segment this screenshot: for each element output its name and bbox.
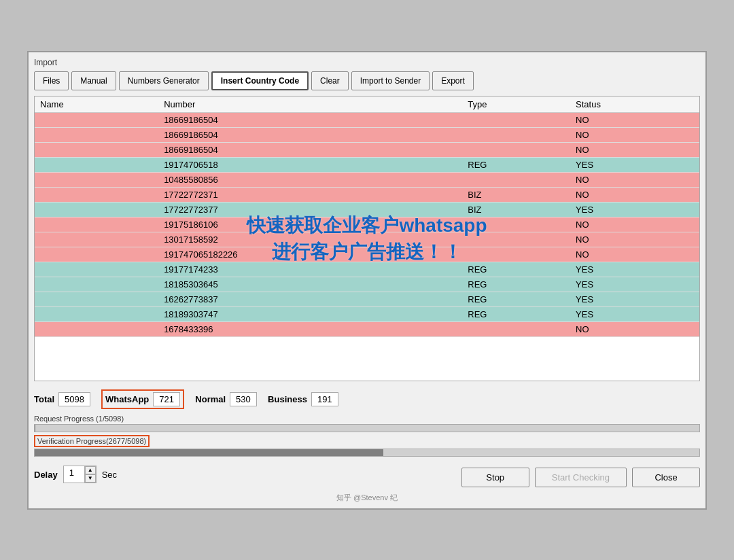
cell-name bbox=[35, 307, 158, 321]
table-row: 17722772371BIZNO bbox=[35, 187, 699, 202]
col-number: Number bbox=[158, 97, 462, 113]
verification-progress-label: Verification Progress(2677/5098) bbox=[34, 435, 700, 447]
cell-type bbox=[462, 172, 570, 187]
cell-name bbox=[35, 187, 158, 202]
table-row: 13017158592NO bbox=[35, 232, 699, 247]
table-row: 10485580856NO bbox=[35, 172, 699, 187]
verification-progress-bar-bg bbox=[34, 449, 700, 457]
table-row: 1678433396NO bbox=[35, 321, 699, 336]
cell-number: 18669186504 bbox=[158, 142, 462, 157]
spinner-controls: ▲ ▼ bbox=[84, 466, 96, 483]
table-row: 18185303645REGYES bbox=[35, 277, 699, 292]
cell-type bbox=[462, 232, 570, 247]
cell-type bbox=[462, 142, 570, 157]
cell-number: 19174706518 bbox=[158, 157, 462, 172]
cell-status: NO bbox=[570, 321, 699, 336]
cell-number: 191747065182226 bbox=[158, 247, 462, 262]
cell-number: 18189303747 bbox=[158, 307, 462, 321]
normal-value: 530 bbox=[230, 392, 257, 406]
cell-name bbox=[35, 127, 158, 142]
delay-spinner[interactable]: 1 ▲ ▼ bbox=[63, 466, 97, 484]
cell-status: NO bbox=[570, 247, 699, 262]
cell-name bbox=[35, 277, 158, 292]
business-value: 191 bbox=[311, 392, 338, 406]
total-label: Total bbox=[34, 394, 54, 404]
cell-number: 10485580856 bbox=[158, 172, 462, 187]
close-button[interactable]: Close bbox=[632, 468, 700, 487]
col-status: Status bbox=[570, 97, 699, 113]
cell-type: REG bbox=[462, 307, 570, 321]
cell-status: YES bbox=[570, 262, 699, 277]
table-row: 18669186504NO bbox=[35, 127, 699, 142]
insert-country-code-button[interactable]: Insert Country Code bbox=[211, 71, 309, 90]
cell-status: YES bbox=[570, 292, 699, 307]
col-type: Type bbox=[462, 97, 570, 113]
col-name: Name bbox=[35, 97, 158, 113]
verification-progress-section: Verification Progress(2677/5098) bbox=[34, 435, 700, 457]
cell-name bbox=[35, 112, 158, 127]
cell-status: NO bbox=[570, 217, 699, 232]
table-row: 18669186504NO bbox=[35, 142, 699, 157]
normal-stat: Normal 530 bbox=[195, 392, 257, 406]
section-label: Import bbox=[34, 58, 700, 67]
total-stat: Total 5098 bbox=[34, 392, 90, 406]
stop-button[interactable]: Stop bbox=[461, 468, 529, 487]
cell-type: REG bbox=[462, 157, 570, 172]
cell-type bbox=[462, 247, 570, 262]
manual-button[interactable]: Manual bbox=[71, 71, 116, 90]
cell-status: YES bbox=[570, 277, 699, 292]
cell-number: 1678433396 bbox=[158, 321, 462, 336]
table-row: 18669186504NO bbox=[35, 112, 699, 127]
cell-status: NO bbox=[570, 187, 699, 202]
start-checking-button[interactable]: Start Checking bbox=[535, 468, 627, 487]
numbers-generator-button[interactable]: Numbers Generator bbox=[119, 71, 209, 90]
spinner-up-button[interactable]: ▲ bbox=[85, 466, 96, 474]
table-row: 18189303747REGYES bbox=[35, 307, 699, 321]
delay-value: 1 bbox=[64, 466, 84, 483]
cell-type: REG bbox=[462, 292, 570, 307]
verification-progress-bar-fill bbox=[35, 449, 383, 456]
whatsapp-value: 721 bbox=[153, 392, 180, 406]
total-value: 5098 bbox=[58, 392, 90, 406]
cell-name bbox=[35, 262, 158, 277]
table-row: 19174706518REGYES bbox=[35, 157, 699, 172]
import-to-sender-button[interactable]: Import to Sender bbox=[351, 71, 430, 90]
cell-number: 17722772377 bbox=[158, 202, 462, 217]
business-stat: Business 191 bbox=[268, 392, 338, 406]
spinner-down-button[interactable]: ▼ bbox=[85, 474, 96, 483]
table-row: 16262773837REGYES bbox=[35, 292, 699, 307]
cell-name bbox=[35, 292, 158, 307]
table-row: 17722772377BIZYES bbox=[35, 202, 699, 217]
table-header-row: Name Number Type Status bbox=[35, 97, 699, 113]
verification-progress-box: Verification Progress(2677/5098) bbox=[34, 435, 150, 447]
request-progress-section: Request Progress (1/5098) bbox=[34, 415, 700, 432]
cell-name bbox=[35, 232, 158, 247]
request-progress-bar-bg bbox=[34, 424, 700, 432]
clear-button[interactable]: Clear bbox=[311, 71, 349, 90]
export-button[interactable]: Export bbox=[432, 71, 474, 90]
cell-status: YES bbox=[570, 157, 699, 172]
whatsapp-stat: WhatsApp 721 bbox=[101, 389, 184, 409]
business-label: Business bbox=[268, 394, 307, 404]
cell-number: 18185303645 bbox=[158, 277, 462, 292]
source-watermark: 知乎 @Stevenv 纪 bbox=[34, 493, 700, 503]
cell-name bbox=[35, 202, 158, 217]
cell-number: 19175186106 bbox=[158, 217, 462, 232]
delay-row: Delay 1 ▲ ▼ Sec Stop Start Checking Clos… bbox=[34, 462, 700, 487]
files-button[interactable]: Files bbox=[34, 71, 69, 90]
stats-row: Total 5098 WhatsApp 721 Normal 530 Busin… bbox=[34, 387, 700, 412]
cell-status: YES bbox=[570, 202, 699, 217]
request-progress-label: Request Progress (1/5098) bbox=[34, 415, 700, 423]
table-row: 19177174233REGYES bbox=[35, 262, 699, 277]
cell-type: REG bbox=[462, 277, 570, 292]
cell-name bbox=[35, 217, 158, 232]
cell-type bbox=[462, 321, 570, 336]
cell-type: BIZ bbox=[462, 202, 570, 217]
cell-type: BIZ bbox=[462, 187, 570, 202]
cell-name bbox=[35, 247, 158, 262]
normal-label: Normal bbox=[195, 394, 226, 404]
cell-name bbox=[35, 142, 158, 157]
toolbar: Files Manual Numbers Generator Insert Co… bbox=[34, 71, 700, 90]
cell-number: 13017158592 bbox=[158, 232, 462, 247]
main-window: Import Files Manual Numbers Generator In… bbox=[27, 51, 707, 510]
